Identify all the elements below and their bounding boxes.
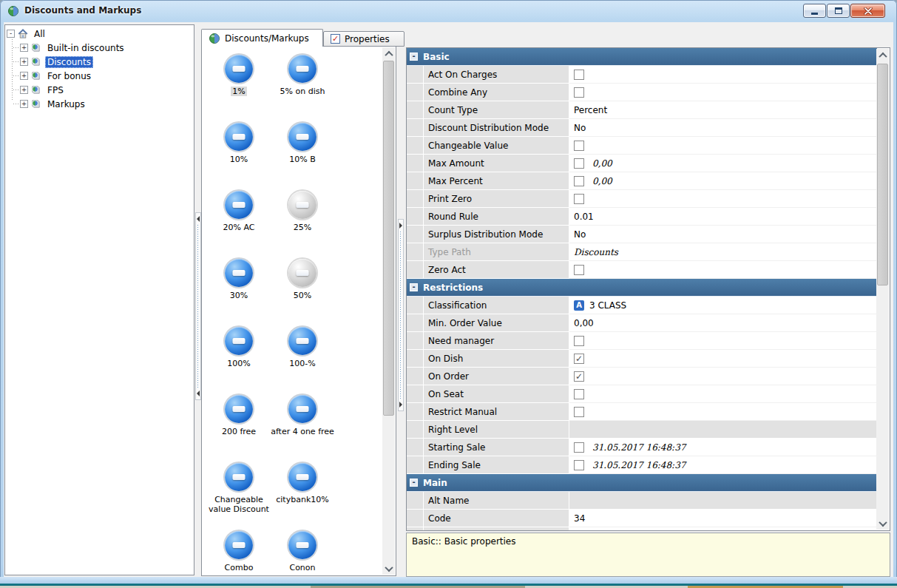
discount-item-100[interactable]: 100-% — [271, 327, 334, 368]
property-row-count-type[interactable]: Count Type Percent — [407, 101, 877, 119]
property-row-classification[interactable]: Classification A3 CLASS — [407, 297, 877, 314]
collapse-left-icon[interactable] — [194, 391, 200, 396]
discount-item-conon[interactable]: Conon — [271, 531, 334, 572]
checkbox[interactable] — [574, 158, 584, 169]
expand-expander-icon[interactable]: + — [20, 44, 28, 52]
discount-item-100[interactable]: 100% — [207, 327, 271, 368]
scroll-up-button[interactable] — [382, 47, 395, 60]
discount-item-after-4-one-free[interactable]: after 4 one free — [271, 395, 334, 436]
collapse-left-icon[interactable] — [194, 216, 200, 222]
expand-expander-icon[interactable]: + — [20, 72, 28, 80]
tree-item-discounts[interactable]: + Discounts — [7, 55, 192, 69]
scrollbar-thumb[interactable] — [383, 61, 394, 416]
properties-grid[interactable]: - Basic Act On Charges Combine Any Count… — [406, 47, 890, 531]
discount-item-30[interactable]: 30% — [207, 259, 271, 300]
property-row-discount-distribution-mode[interactable]: Discount Distribution Mode No — [407, 119, 877, 137]
checkbox[interactable] — [574, 460, 584, 470]
expand-expander-icon[interactable]: + — [20, 100, 28, 108]
property-row-on-dish[interactable]: On Dish ✓ — [407, 350, 877, 368]
property-row-min-order-value[interactable]: Min. Order Value 0,00 — [407, 314, 877, 332]
tree-item-markups[interactable]: + Markups — [7, 97, 192, 111]
close-icon — [864, 7, 873, 15]
property-row-right-level[interactable]: Right Level — [407, 421, 877, 439]
app-icon — [7, 5, 19, 17]
section-header-basic[interactable]: - Basic — [407, 48, 877, 66]
discount-item-combo[interactable]: Combo — [207, 531, 271, 572]
collapse-expander-icon[interactable]: - — [7, 30, 15, 38]
properties-scrollbar[interactable] — [876, 49, 889, 530]
expand-expander-icon[interactable]: + — [20, 86, 28, 94]
property-row-max-percent[interactable]: Max Percent 0,00 — [407, 172, 877, 190]
scroll-up-button[interactable] — [876, 49, 889, 61]
discount-item-citybank10[interactable]: citybank10% — [271, 463, 334, 504]
checkbox[interactable] — [574, 336, 584, 346]
discount-list-scrollbar[interactable] — [382, 47, 395, 575]
discount-item-10-b[interactable]: 10% B — [271, 123, 334, 164]
tab-label: Properties — [345, 34, 390, 44]
scroll-down-button[interactable] — [382, 562, 395, 575]
titlebar[interactable]: Discounts and Markups — [0, 0, 897, 22]
checkbox[interactable] — [574, 389, 584, 399]
minimize-button[interactable] — [803, 4, 826, 18]
tree-splitter[interactable] — [195, 212, 201, 400]
tab-properties[interactable]: ✓ Properties — [323, 31, 405, 47]
discount-item-1[interactable]: 1% — [207, 55, 271, 96]
property-row-code[interactable]: Code 34 — [407, 510, 877, 527]
discount-item-25[interactable]: 25% — [271, 191, 334, 232]
checkbox[interactable] — [574, 176, 584, 186]
collapse-section-icon[interactable]: - — [410, 53, 418, 61]
checkbox[interactable] — [574, 194, 584, 204]
discount-list-panel[interactable]: 1% 5% on dish 10% 10% B 20% AC 25% 30% 5… — [201, 46, 396, 576]
discount-item-20-ac[interactable]: 20% AC — [207, 191, 271, 232]
checkbox[interactable] — [574, 87, 584, 98]
property-row-act-on-charges[interactable]: Act On Charges — [407, 66, 877, 84]
checkbox[interactable] — [574, 141, 584, 151]
tree-item-built-in-discounts[interactable]: + Built-in discounts — [7, 41, 192, 55]
property-row-max-amount[interactable]: Max Amount 0,00 — [407, 155, 877, 172]
section-header-main[interactable]: - Main — [407, 474, 877, 492]
discount-item-200-free[interactable]: 200 free — [207, 395, 271, 436]
expand-right-icon[interactable] — [399, 402, 405, 408]
property-row-changeable-value[interactable]: Changeable Value — [407, 137, 877, 155]
tree-item-fps[interactable]: + FPS — [7, 83, 192, 97]
tree-item-all[interactable]: - All — [7, 27, 192, 41]
expand-right-icon[interactable] — [399, 223, 405, 229]
property-row-zero-act[interactable]: Zero Act — [407, 261, 877, 279]
tree-item-for-bonus[interactable]: + For bonus — [7, 69, 192, 83]
property-row-alt-name[interactable]: Alt Name — [407, 492, 877, 510]
property-row-on-seat[interactable]: On Seat — [407, 385, 877, 403]
checkbox[interactable] — [574, 265, 584, 275]
property-row-type-path[interactable]: Type Path Discounts — [407, 243, 877, 261]
tree-panel[interactable]: - All + Built-in discounts + Discounts +… — [4, 24, 194, 575]
checkbox[interactable] — [574, 70, 584, 80]
discount-minus-icon — [225, 531, 253, 559]
close-button[interactable] — [850, 4, 885, 18]
discount-item-5-on-dish[interactable]: 5% on dish — [271, 55, 334, 96]
collapse-section-icon[interactable]: - — [410, 479, 418, 487]
property-row-combine-any[interactable]: Combine Any — [407, 84, 877, 101]
checkbox[interactable] — [574, 407, 584, 417]
checkbox[interactable]: ✓ — [574, 354, 584, 364]
property-row-ending-sale[interactable]: Ending Sale 31.05.2017 16:48:37 — [407, 456, 877, 474]
section-header-restrictions[interactable]: - Restrictions — [407, 279, 877, 297]
discount-item-changeable-value-discount[interactable]: Changeable value Discount — [207, 463, 271, 514]
expand-expander-icon[interactable]: + — [20, 58, 28, 66]
scrollbar-thumb[interactable] — [877, 64, 888, 285]
property-row-round-rule[interactable]: Round Rule 0.01 — [407, 208, 877, 226]
discount-item-10[interactable]: 10% — [207, 123, 271, 164]
properties-splitter[interactable] — [398, 219, 404, 411]
maximize-button[interactable] — [827, 4, 850, 18]
tab-discounts-markups[interactable]: Discounts/Markups — [201, 29, 323, 47]
property-row-on-order[interactable]: On Order ✓ — [407, 368, 877, 385]
discount-minus-icon — [288, 531, 317, 559]
checkbox[interactable]: ✓ — [574, 371, 584, 382]
property-row-print-zero[interactable]: Print Zero — [407, 190, 877, 208]
scroll-down-button[interactable] — [876, 517, 889, 530]
property-row-surplus-distribution-mode[interactable]: Surplus Distribution Mode No — [407, 226, 877, 243]
property-row-starting-sale[interactable]: Starting Sale 31.05.2017 16:48:37 — [407, 439, 877, 456]
property-row-need-manager[interactable]: Need manager — [407, 332, 877, 350]
discount-item-50[interactable]: 50% — [271, 259, 334, 300]
checkbox[interactable] — [574, 442, 584, 453]
property-row-restrict-manual[interactable]: Restrict Manual — [407, 403, 877, 421]
collapse-section-icon[interactable]: - — [410, 283, 418, 291]
